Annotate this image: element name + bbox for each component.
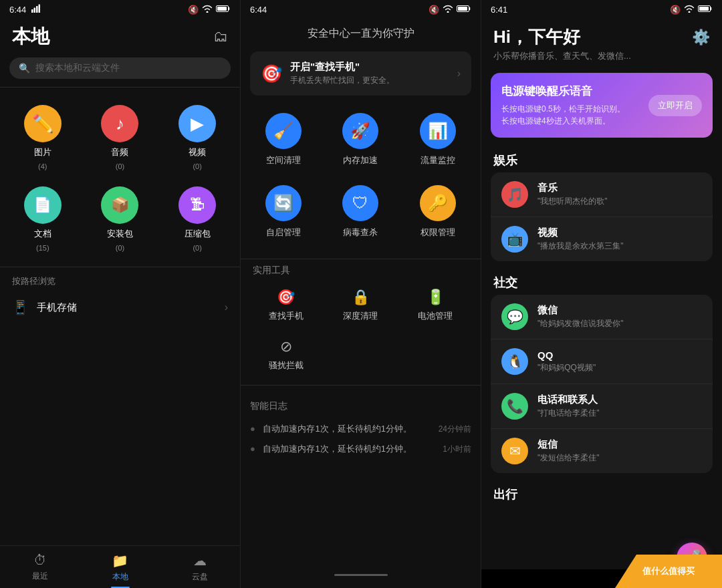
apk-icon: 📦 bbox=[111, 196, 129, 214]
app-video[interactable]: 📺 视频 "播放我是余欢水第三集" bbox=[491, 216, 713, 261]
music-app-name: 音乐 bbox=[537, 182, 702, 194]
block-icon: ⊘ bbox=[280, 338, 292, 355]
audio-name: 音频 bbox=[111, 146, 128, 158]
divider-3 bbox=[241, 259, 481, 259]
log-item-1: ● 自动加速内存1次，延长待机约1分钟。 24分钟前 bbox=[250, 419, 471, 439]
battery-tool-label: 电池管理 bbox=[418, 310, 453, 322]
tool-deep-clean[interactable]: 🔒 深度清理 bbox=[325, 283, 397, 327]
file-item-docs[interactable]: 📄 文档 (15) bbox=[5, 178, 80, 257]
sec-mem-boost[interactable]: 🚀 内存加速 bbox=[325, 106, 397, 173]
settings-icon[interactable]: ⚙️ bbox=[692, 29, 710, 46]
tools-section: 实用工具 🎯 查找手机 🔒 深度清理 🔋 电池管理 ⊘ 骚扰拦截 bbox=[241, 262, 481, 382]
status-time-2: 6:44 bbox=[250, 5, 267, 15]
sec-autostart[interactable]: 🔄 自启管理 bbox=[247, 178, 320, 245]
find-phone-tool-icon: 🎯 bbox=[277, 289, 295, 306]
app-phone[interactable]: 📞 电话和联系人 "打电话给李柔佳" bbox=[491, 384, 713, 428]
apk-count: (0) bbox=[116, 244, 124, 252]
section-social: 社交 bbox=[481, 269, 722, 295]
video-app-name: 视频 bbox=[537, 227, 702, 239]
section-travel: 出行 bbox=[481, 481, 722, 506]
tab-local[interactable]: 📁 本地 bbox=[80, 546, 160, 588]
find-phone-banner[interactable]: 🎯 开启"查找手机" 手机丢失帮忙找回，更安全。 › bbox=[250, 51, 471, 96]
panel2-scroll-indicator bbox=[334, 574, 388, 576]
find-phone-sub: 手机丢失帮忙找回，更安全。 bbox=[290, 75, 394, 86]
battery-icon bbox=[216, 5, 231, 15]
sms-name: 短信 bbox=[537, 438, 702, 451]
file-item-video[interactable]: ▶ 视频 (0) bbox=[160, 97, 235, 176]
mem-boost-label: 内存加速 bbox=[343, 154, 378, 166]
phone-name: 电话和联系人 bbox=[537, 394, 702, 406]
zip-name: 压缩包 bbox=[185, 228, 211, 240]
status-time-3: 6:41 bbox=[491, 5, 507, 15]
wechat-name: 微信 bbox=[537, 304, 702, 317]
app-music[interactable]: 🎵 音乐 "我想听周杰伦的歌" bbox=[491, 172, 713, 216]
app-wechat[interactable]: 💬 微信 "给妈妈发微信说我爱你" bbox=[491, 295, 713, 339]
file-item-audio[interactable]: ♪ 音频 (0) bbox=[83, 97, 158, 176]
nav-phone-storage[interactable]: 📱 手机存储 › bbox=[0, 290, 240, 325]
divider-4 bbox=[241, 385, 481, 386]
sec-traffic[interactable]: 📊 流量监控 bbox=[402, 106, 474, 173]
svg-rect-1 bbox=[34, 8, 36, 13]
apk-name: 安装包 bbox=[107, 228, 133, 240]
tab-recent-icon: ⏱ bbox=[33, 553, 47, 568]
svg-rect-9 bbox=[699, 7, 709, 11]
app-qq[interactable]: 🐧 QQ "和妈妈QQ视频" bbox=[491, 339, 713, 384]
svg-rect-5 bbox=[217, 7, 227, 11]
page-title-1: 本地 bbox=[12, 24, 49, 49]
svg-rect-0 bbox=[31, 9, 33, 13]
sec-permission[interactable]: 🔑 权限管理 bbox=[402, 178, 474, 245]
status-right-1: 🔇 bbox=[188, 5, 231, 15]
find-phone-chevron: › bbox=[457, 67, 461, 80]
status-right-2: 🔇 bbox=[429, 5, 471, 15]
panel-security: 6:44 🔇 安全中心一直为你守护 🎯 开启"查找手机" 手机丢失帮忙找回，更安… bbox=[241, 0, 481, 588]
zip-count: (0) bbox=[193, 244, 201, 252]
greeting-text: Hi，下午好 bbox=[493, 25, 580, 49]
tools-grid: 🎯 查找手机 🔒 深度清理 🔋 电池管理 bbox=[250, 283, 471, 327]
promo-sub-2: 长按电源键4秒进入关机界面。 bbox=[501, 115, 702, 127]
panel-3-inner: 6:41 🔇 Hi，下午好 ⚙️ 小乐帮你播音乐、查天气、发微信... 电源键唤… bbox=[481, 0, 722, 569]
file-item-images[interactable]: ✏️ 图片 (4) bbox=[5, 97, 80, 176]
apk-icon-circle: 📦 bbox=[101, 186, 138, 224]
audio-icon-circle: ♪ bbox=[101, 105, 138, 142]
storage-icon[interactable]: 🗂 bbox=[213, 28, 228, 45]
sec-virus[interactable]: 🛡 病毒查杀 bbox=[325, 178, 397, 245]
status-carrier bbox=[31, 4, 41, 15]
file-item-apk[interactable]: 📦 安装包 (0) bbox=[83, 178, 158, 257]
music-app-icon: 🎵 bbox=[501, 181, 528, 208]
chevron-icon: › bbox=[225, 301, 228, 313]
tool-find-phone[interactable]: 🎯 查找手机 bbox=[250, 283, 322, 327]
video-app-icon: 📺 bbox=[501, 226, 528, 253]
sec-space-clean[interactable]: 🧹 空间清理 bbox=[247, 106, 320, 173]
tool-battery[interactable]: 🔋 电池管理 bbox=[399, 283, 471, 327]
log-time-1: 24分钟前 bbox=[439, 424, 471, 435]
divider-2 bbox=[0, 267, 240, 267]
zip-icon-circle: 🗜 bbox=[178, 186, 216, 224]
log-dot-2: ● bbox=[250, 444, 255, 454]
video-name: 视频 bbox=[189, 146, 206, 158]
search-bar[interactable]: 🔍 搜索本地和云端文件 bbox=[9, 57, 231, 79]
status-bar-1: 6:44 🔇 bbox=[0, 0, 240, 19]
docs-count: (15) bbox=[36, 244, 49, 252]
tool-block[interactable]: ⊘ 骚扰拦截 bbox=[250, 333, 322, 377]
deep-clean-icon: 🔒 bbox=[352, 289, 370, 306]
tab-recent-label: 最近 bbox=[32, 571, 48, 582]
promo-open-btn[interactable]: 立即开启 bbox=[648, 95, 702, 116]
file-grid: ✏️ 图片 (4) ♪ 音频 (0) ▶ 视频 (0) 📄 文档 (15) bbox=[0, 90, 240, 264]
phone-storage-icon: 📱 bbox=[12, 299, 29, 315]
virus-icon: 🛡 bbox=[352, 194, 368, 212]
promo-card[interactable]: 电源键唤醒乐语音 长按电源键0.5秒，松手开始识别。 长按电源键4秒进入关机界面… bbox=[491, 73, 713, 138]
traffic-label: 流量监控 bbox=[420, 154, 455, 166]
log-item-2: ● 自动加速内存1次，延长待机约1分钟。 1小时前 bbox=[250, 439, 471, 459]
app-sms[interactable]: ✉ 短信 "发短信给李柔佳" bbox=[491, 428, 713, 473]
status-left-3: 6:41 bbox=[491, 5, 507, 15]
tab-cloud[interactable]: ☁ 云盘 bbox=[160, 546, 240, 588]
status-time-1: 6:44 bbox=[9, 5, 26, 15]
battery2-icon bbox=[457, 5, 471, 15]
find-phone-icon: 🎯 bbox=[261, 63, 282, 84]
mem-boost-icon: 🚀 bbox=[350, 122, 370, 140]
tab-local-label: 本地 bbox=[112, 571, 128, 583]
file-item-zip[interactable]: 🗜 压缩包 (0) bbox=[160, 178, 235, 257]
space-clean-label: 空间清理 bbox=[266, 154, 301, 166]
log-text-2: 自动加速内存1次，延长待机约1分钟。 bbox=[263, 444, 411, 454]
tab-recent[interactable]: ⏱ 最近 bbox=[0, 546, 80, 588]
